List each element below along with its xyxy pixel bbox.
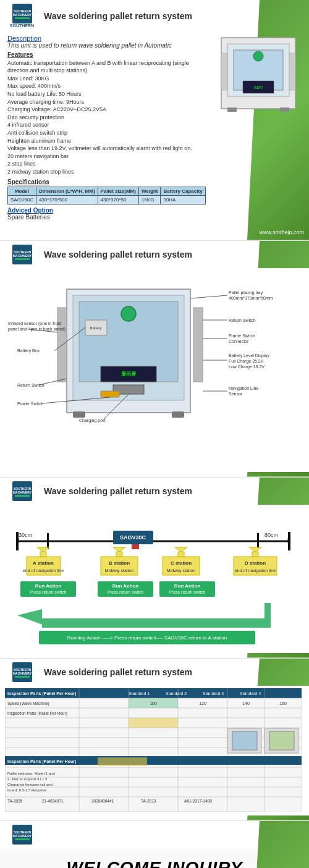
- svg-text:2, filter to support 4 l 1.5: 2, filter to support 4 l 1.5: [7, 777, 48, 781]
- section-2: SOUTHERN MACHINERY Wave soldering pallet…: [0, 241, 309, 478]
- svg-rect-75: [132, 544, 139, 549]
- specs-battery: 30HA: [161, 195, 205, 204]
- logo-icon-3: SOUTHERN MACHINERY: [12, 481, 32, 501]
- www-label-2: www.smthelp.com: [259, 466, 304, 472]
- svg-text:C station: C station: [171, 560, 192, 566]
- svg-text:MACHINERY: MACHINERY: [12, 254, 32, 258]
- svg-text:Standard 4: Standard 4: [240, 691, 261, 696]
- svg-rect-69: [16, 532, 19, 550]
- tech-table-area: Inspection Parts (Pallet Per Hour) Stand…: [0, 686, 309, 815]
- specs-model: SAGV50C: [8, 195, 36, 204]
- svg-rect-145: [269, 731, 294, 750]
- svg-rect-17: [15, 258, 30, 260]
- specs-pallet: 430*370*50: [98, 195, 138, 204]
- diagram-area: 显示屏 Pallet placing tray 400mm*370mm*50mm…: [0, 268, 309, 472]
- svg-marker-79: [40, 552, 46, 557]
- svg-marker-95: [249, 547, 261, 552]
- description-link[interactable]: Description: [7, 35, 41, 42]
- svg-text:end of navigation line: end of navigation line: [235, 568, 276, 573]
- logo-icon-1: SOUTHERN MACHINERY: [12, 4, 32, 23]
- svg-rect-12: [227, 107, 237, 112]
- section-1: SOUTHERN MACHINERY SOUTHERN Wave solderi…: [0, 0, 309, 241]
- svg-rect-144: [232, 731, 257, 750]
- logo-icon-2: SOUTHERN MACHINERY: [12, 245, 32, 264]
- logo-text-1: SOUTHERN: [10, 23, 34, 28]
- svg-text:140: 140: [242, 701, 250, 706]
- svg-text:MACHINERY: MACHINERY: [12, 834, 32, 838]
- section-1-title: Wave soldering pallet return system: [44, 11, 192, 21]
- www-label-3: www.smthelp.com: [259, 647, 304, 653]
- svg-text:SAGV30C: SAGV30C: [120, 534, 146, 541]
- section-5: SOUTHERN MACHINERY WELCOME INQUIRY Pleas…: [0, 821, 309, 868]
- svg-text:end of navigation line: end of navigation line: [23, 568, 64, 573]
- svg-point-7: [253, 51, 263, 61]
- svg-text:30cm: 30cm: [19, 532, 32, 538]
- svg-text:Midway station: Midway station: [105, 568, 133, 573]
- svg-text:Run Action: Run Action: [112, 583, 138, 589]
- feature-item: Heighten aluminum frame: [7, 137, 302, 145]
- svg-text:Press return switch: Press return switch: [107, 590, 144, 594]
- feature-item: Anti collision switch strip: [7, 129, 302, 137]
- svg-text:Inspection Parts (Pallet Per H: Inspection Parts (Pallet Per Hour): [7, 711, 67, 716]
- svg-rect-3: [15, 17, 30, 19]
- svg-text:TA-2035: TA-2035: [7, 799, 23, 803]
- svg-marker-90: [175, 547, 187, 552]
- svg-text:显示屏: 显示屏: [121, 371, 136, 377]
- specs-dim: 430*370*500: [36, 195, 98, 204]
- svg-text:Battery Level Display: Battery Level Display: [229, 353, 269, 358]
- svg-text:TA-2013: TA-2013: [141, 799, 156, 803]
- logo-1: SOUTHERN MACHINERY SOUTHERN: [5, 4, 39, 28]
- svg-text:Pallet placing tray: Pallet placing tray: [229, 290, 263, 295]
- svg-text:160: 160: [279, 701, 287, 706]
- svg-text:Connector: Connector: [229, 339, 249, 343]
- svg-rect-10: [221, 53, 227, 90]
- section-4-title: Wave soldering pallet return system: [44, 667, 192, 677]
- svg-rect-61: [15, 495, 30, 497]
- svg-rect-161: [15, 838, 30, 840]
- svg-text:ADV: ADV: [254, 85, 263, 90]
- svg-text:B station: B station: [109, 560, 130, 566]
- www-label-4: www.smthelp.com: [259, 809, 304, 815]
- section-3-title: Wave soldering pallet return system: [44, 486, 192, 496]
- svg-text:Standard 3: Standard 3: [203, 691, 224, 696]
- svg-text:Standard 1: Standard 1: [129, 691, 150, 696]
- adviced-option-box: Adviced Option Spare Batteries: [7, 207, 53, 221]
- svg-marker-89: [178, 552, 184, 557]
- svg-text:21-4034971: 21-4034971: [42, 799, 64, 803]
- feature-item: 2 midway station stop lines: [7, 168, 302, 176]
- svg-text:Midway station: Midway station: [167, 568, 195, 573]
- specs-header-battery: Battery Capacity: [161, 187, 205, 195]
- specs-title: Specifications: [7, 179, 302, 185]
- svg-text:80cm: 80cm: [265, 532, 278, 538]
- specs-table: Model Dimension (L*W*H, MM) Pallet size(…: [7, 187, 206, 204]
- svg-text:Speed (Wave Machine): Speed (Wave Machine): [7, 701, 49, 706]
- svg-text:400mm*370mm*50mm: 400mm*370mm*50mm: [229, 296, 273, 300]
- svg-text:Return Switch: Return Switch: [229, 318, 256, 322]
- specs-header-pallet: Pallet size(MM): [98, 187, 138, 195]
- svg-text:Press return switch: Press return switch: [30, 590, 67, 594]
- svg-text:Inspection Parts (Pallet Per H: Inspection Parts (Pallet Per Hour): [7, 759, 76, 764]
- svg-text:Navigation Line: Navigation Line: [229, 386, 258, 391]
- svg-text:D station: D station: [245, 560, 266, 566]
- svg-text:Running Action -----> Press re: Running Action -----> Press return switc…: [67, 635, 227, 641]
- svg-rect-70: [288, 532, 290, 550]
- svg-rect-26: [193, 308, 203, 382]
- adviced-option-link[interactable]: Adviced Option: [7, 207, 53, 214]
- feature-item: 2 stop lines: [7, 160, 302, 168]
- svg-text:Full Charge 25.2V: Full Charge 25.2V: [229, 359, 264, 364]
- svg-marker-85: [113, 547, 125, 552]
- svg-marker-80: [37, 547, 49, 552]
- svg-text:120: 120: [199, 701, 206, 706]
- svg-text:Battery: Battery: [90, 326, 101, 330]
- svg-rect-71: [47, 533, 49, 549]
- section-4: SOUTHERN MACHINERY Wave soldering pallet…: [0, 659, 309, 821]
- specs-header-dim: Dimension (L*W*H, MM): [36, 187, 98, 195]
- logo-2: SOUTHERN MACHINERY: [5, 245, 39, 264]
- spare-batteries-text: Spare Batteries: [7, 214, 53, 221]
- svg-rect-110: [15, 676, 30, 678]
- logo-4: SOUTHERN MACHINERY: [5, 662, 39, 682]
- section-1-content: ADV Description This unit is used to ret…: [0, 32, 309, 235]
- svg-text:A station: A station: [33, 560, 54, 566]
- svg-text:Frame Switch: Frame Switch: [229, 334, 255, 338]
- logo-icon-5: SOUTHERN MACHINERY: [12, 825, 32, 845]
